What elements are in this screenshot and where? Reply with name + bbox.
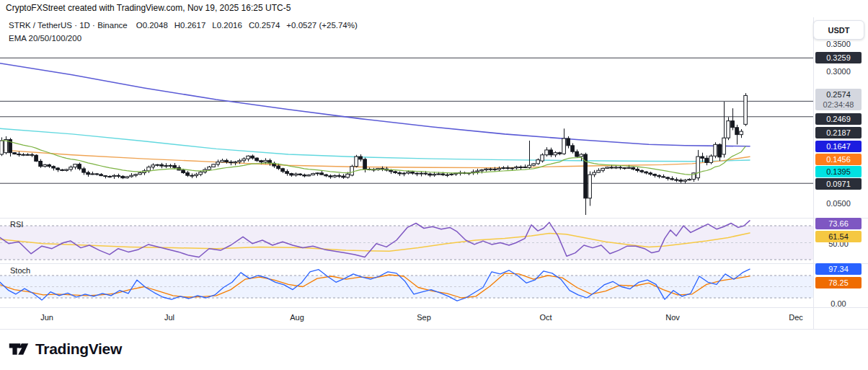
ema-indicator-label[interactable]: EMA 20/50/100/200 bbox=[9, 34, 81, 43]
ohlc-open: O0.2048 bbox=[136, 21, 168, 30]
screenshot-root: CryptoFXStreet created with TradingView.… bbox=[0, 0, 868, 370]
ohlc-close: C0.2574 bbox=[249, 21, 280, 30]
symbol-title[interactable]: STRK / TetherUS · 1D · Binance bbox=[9, 21, 128, 30]
rsi-pane-label: RSI bbox=[10, 220, 23, 229]
currency-toggle-button[interactable]: USDT bbox=[813, 20, 864, 40]
stoch-pane-label: Stoch bbox=[10, 266, 30, 275]
tradingview-logo-text: TradingView bbox=[35, 340, 122, 358]
tradingview-logo-icon bbox=[9, 340, 29, 358]
ohlc-high: H0.2617 bbox=[174, 21, 205, 30]
chart-header: STRK / TetherUS · 1D · BinanceO0.2048H0.… bbox=[9, 21, 364, 30]
chart-canvas[interactable] bbox=[0, 0, 868, 370]
ohlc-change: +0.0527 (+25.74%) bbox=[286, 21, 357, 30]
ohlc-low: L0.2016 bbox=[212, 21, 242, 30]
tradingview-logo[interactable]: TradingView bbox=[9, 340, 122, 358]
